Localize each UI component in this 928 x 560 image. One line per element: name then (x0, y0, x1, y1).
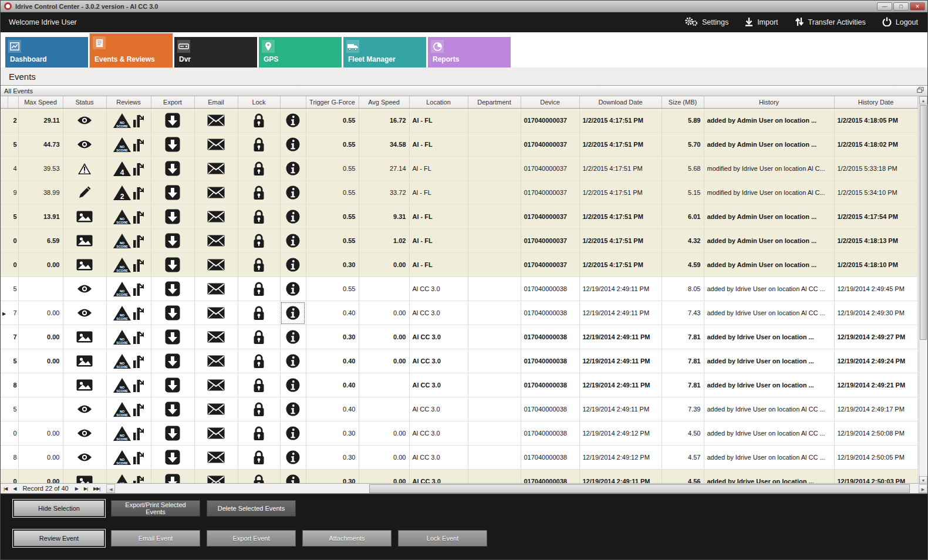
export-icon[interactable] (151, 229, 194, 253)
column-header[interactable]: Email (194, 96, 238, 109)
export-print-selected-button[interactable]: Export/Print Selected Events (111, 500, 200, 517)
email-icon[interactable] (194, 157, 238, 181)
review-score-icon[interactable]: NOSCORE (106, 301, 151, 325)
scroll-up-icon[interactable]: ▲ (919, 96, 927, 104)
info-icon[interactable] (280, 446, 306, 470)
email-event-button[interactable]: Email Event (111, 530, 200, 546)
export-event-button[interactable]: Export Event (207, 530, 296, 546)
info-icon[interactable] (280, 301, 306, 325)
column-header[interactable]: Reviews (106, 96, 151, 109)
tab-events-reviews[interactable]: Events & Reviews (90, 33, 173, 68)
info-icon[interactable] (280, 109, 306, 133)
maximize-button[interactable]: □ (893, 2, 909, 11)
horizontal-scrollbar[interactable]: ◀ ▶ (106, 484, 927, 493)
email-icon[interactable] (194, 109, 238, 133)
event-row[interactable]: 50.00NOSCORE0.400.00Al CC 3.001704000003… (1, 349, 917, 373)
lock-icon[interactable] (238, 157, 280, 181)
review-score-icon[interactable]: NOSCORE (106, 133, 151, 157)
info-icon[interactable] (280, 373, 306, 397)
prev-record-button[interactable]: ◀ (10, 486, 19, 491)
info-icon[interactable] (280, 349, 306, 373)
info-icon[interactable] (280, 325, 306, 349)
review-score-icon[interactable]: NOSCORE (106, 397, 151, 421)
export-icon[interactable] (151, 181, 194, 205)
lock-icon[interactable] (238, 470, 280, 484)
event-row[interactable]: 229.11NOSCORE0.5516.72Al - FL01704000003… (1, 109, 917, 133)
event-row[interactable]: 5NOSCORE0.55Al CC 3.001704000003812/19/2… (1, 277, 917, 301)
column-header[interactable] (280, 96, 306, 109)
export-icon[interactable] (151, 109, 194, 133)
email-icon[interactable] (194, 229, 238, 253)
info-icon[interactable] (280, 229, 306, 253)
info-icon[interactable] (280, 205, 306, 229)
lock-icon[interactable] (238, 229, 280, 253)
export-icon[interactable] (151, 277, 194, 301)
email-icon[interactable] (194, 349, 238, 373)
event-row[interactable]: 70.00NOSCORE0.300.00Al CC 3.001704000003… (1, 325, 917, 349)
event-row[interactable]: 80.00NOSCORE0.300.00Al CC 3.001704000003… (1, 446, 917, 470)
review-score-icon[interactable]: NOSCORE (106, 229, 151, 253)
lock-icon[interactable] (238, 133, 280, 157)
next-record-button[interactable]: ▶ (72, 486, 81, 491)
column-header[interactable]: Trigger G-Force (306, 96, 359, 109)
review-score-icon[interactable]: NOSCORE (106, 109, 151, 133)
email-icon[interactable] (194, 301, 238, 325)
scroll-right-icon[interactable]: ▶ (919, 484, 927, 493)
lock-icon[interactable] (238, 349, 280, 373)
review-score-icon[interactable]: NOSCORE (106, 349, 151, 373)
column-header[interactable]: Max Speed (18, 96, 63, 109)
export-icon[interactable] (151, 301, 194, 325)
info-icon[interactable] (280, 133, 306, 157)
last-record-button[interactable]: ▶| (81, 486, 90, 491)
export-icon[interactable] (151, 397, 194, 421)
event-row[interactable]: 06.59NOSCORE0.551.02Al - FL0170400000371… (1, 229, 917, 253)
logout-button[interactable]: Logout (882, 17, 918, 28)
review-score-icon[interactable]: NOSCORE (106, 253, 151, 277)
export-icon[interactable] (151, 446, 194, 470)
first-record-button[interactable]: |◀ (1, 486, 10, 491)
column-header[interactable]: Location (409, 96, 468, 109)
review-score-icon[interactable]: 4 (106, 157, 151, 181)
column-header[interactable]: History Date (834, 96, 917, 109)
email-icon[interactable] (194, 277, 238, 301)
review-score-icon[interactable]: NOSCORE (106, 325, 151, 349)
next-page-button[interactable]: ▶▶| (90, 486, 103, 491)
column-header[interactable]: Department (468, 96, 521, 109)
review-score-icon[interactable]: NOSCORE (106, 373, 151, 397)
event-row[interactable]: 439.5340.5527.14Al - FL0170400000371/2/2… (1, 157, 917, 181)
column-header[interactable]: Status (63, 96, 106, 109)
event-row[interactable]: 5NOSCORE0.40Al CC 3.001704000003812/19/2… (1, 397, 917, 421)
lock-icon[interactable] (238, 421, 280, 446)
settings-button[interactable]: Settings (684, 16, 728, 28)
column-header[interactable]: Size (MB) (662, 96, 704, 109)
minimize-button[interactable]: — (877, 2, 892, 11)
lock-icon[interactable] (238, 277, 280, 301)
export-icon[interactable] (151, 349, 194, 373)
scroll-left-icon[interactable]: ◀ (106, 484, 115, 493)
horizontal-scrollbar-thumb[interactable] (369, 484, 910, 493)
lock-icon[interactable] (238, 325, 280, 349)
email-icon[interactable] (194, 133, 238, 157)
column-header[interactable]: Device (521, 96, 579, 109)
export-icon[interactable] (151, 253, 194, 277)
lock-icon[interactable] (238, 109, 280, 133)
vertical-scrollbar-thumb[interactable] (920, 105, 927, 340)
review-score-icon[interactable]: 2 (106, 181, 151, 205)
lock-icon[interactable] (238, 446, 280, 470)
email-icon[interactable] (194, 253, 238, 277)
column-header[interactable] (1, 96, 8, 109)
event-row[interactable]: 00.00NOSCORE0.300.00Al CC 3.001704000003… (1, 470, 917, 484)
event-row[interactable]: 938.9920.5533.72Al - FL0170400000371/2/2… (1, 181, 917, 205)
tab-gps[interactable]: GPS (259, 37, 342, 68)
vertical-scrollbar[interactable]: ▲ ▼ (919, 96, 927, 483)
info-icon[interactable] (280, 277, 306, 301)
column-header[interactable]: History (704, 96, 834, 109)
review-score-icon[interactable]: NOSCORE (106, 470, 151, 484)
tab-dvr[interactable]: Dvr (174, 37, 257, 68)
column-header[interactable]: Export (151, 96, 194, 109)
event-row[interactable]: 8NOSCORE0.40Al CC 3.001704000003812/19/2… (1, 373, 917, 397)
import-button[interactable]: Import (745, 17, 778, 28)
email-icon[interactable] (194, 325, 238, 349)
restore-window-icon[interactable] (917, 87, 924, 95)
tab-fleet-manager[interactable]: Fleet Manager (343, 37, 426, 68)
